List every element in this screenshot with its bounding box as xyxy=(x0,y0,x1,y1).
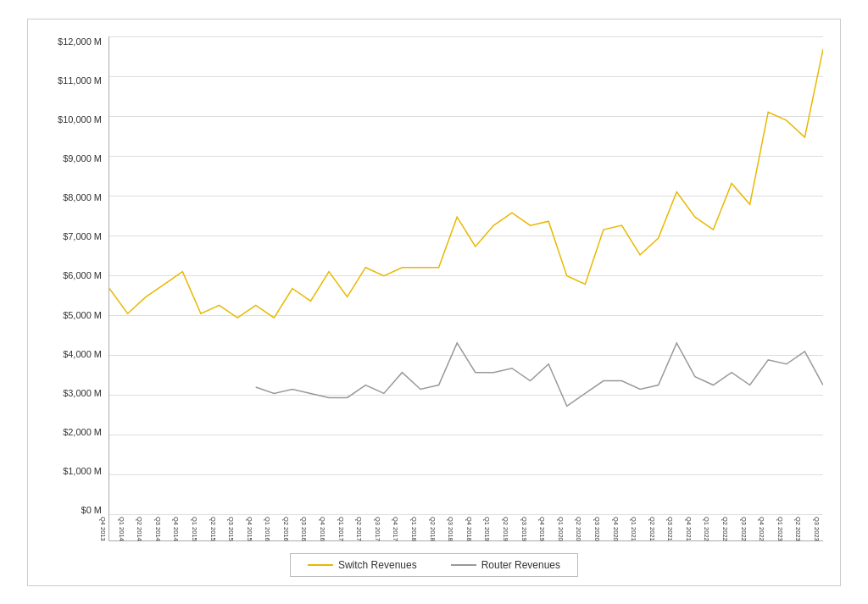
switch-legend-line xyxy=(308,564,333,566)
x-axis-label: Q4 2015 xyxy=(246,517,253,541)
switch-legend-label: Switch Revenues xyxy=(338,559,417,571)
y-axis-label: $5,000 M xyxy=(63,310,102,320)
x-axis-label: Q4 2022 xyxy=(758,517,765,541)
x-axis-label: Q3 2020 xyxy=(593,517,601,541)
x-axis-label: Q1 2015 xyxy=(191,517,198,541)
legend-router: Router Revenues xyxy=(451,559,560,571)
x-axis-label: Q2 2017 xyxy=(355,517,363,541)
x-axis-label: Q2 2015 xyxy=(209,517,217,541)
x-axis-label: Q1 2022 xyxy=(703,517,710,541)
x-axis-labels: Q4 2013Q1 2014Q2 2014Q3 2014Q4 2014Q1 20… xyxy=(109,515,823,540)
chart-area: $12,000 M$11,000 M$10,000 M$9,000 M$8,00… xyxy=(45,36,823,541)
x-axis-label: Q2 2021 xyxy=(648,517,656,541)
x-axis-label: Q1 2023 xyxy=(776,517,784,541)
plot-area: Q4 2013Q1 2014Q2 2014Q3 2014Q4 2014Q1 20… xyxy=(108,36,823,541)
x-axis-label: Q4 2016 xyxy=(319,517,326,541)
y-axis-label: $7,000 M xyxy=(63,231,102,241)
x-axis-label: Q3 2021 xyxy=(666,517,674,541)
legend-wrapper: Switch Revenues Router Revenues xyxy=(45,546,823,577)
x-axis-label: Q4 2019 xyxy=(538,517,546,541)
chart-legend: Switch Revenues Router Revenues xyxy=(290,553,578,577)
y-axis-label: $8,000 M xyxy=(63,192,102,202)
x-axis-label: Q3 2014 xyxy=(154,517,162,541)
chart-container: $12,000 M$11,000 M$10,000 M$9,000 M$8,00… xyxy=(27,19,841,586)
legend-switch: Switch Revenues xyxy=(308,559,417,571)
x-axis-label: Q4 2018 xyxy=(465,517,473,541)
x-axis-label: Q3 2016 xyxy=(300,517,308,541)
x-axis-label: Q3 2017 xyxy=(374,517,381,541)
router-legend-line xyxy=(451,564,476,566)
x-axis-label: Q4 2014 xyxy=(172,517,180,541)
x-axis-label: Q1 2016 xyxy=(264,517,271,541)
y-axis-label: $12,000 M xyxy=(58,36,102,47)
x-axis-label: Q2 2019 xyxy=(502,517,509,541)
x-axis-label: Q2 2016 xyxy=(282,517,290,541)
y-axis-label: $1,000 M xyxy=(63,466,102,476)
x-axis-label: Q1 2014 xyxy=(118,517,125,541)
y-axis-label: $0 M xyxy=(81,505,102,515)
x-axis-label: Q4 2020 xyxy=(612,517,620,541)
x-axis-label: Q3 2015 xyxy=(227,517,235,541)
x-axis-label: Q1 2020 xyxy=(557,517,565,541)
y-axis-label: $6,000 M xyxy=(63,270,102,280)
x-axis-label: Q3 2023 xyxy=(813,517,821,541)
x-axis-label: Q3 2019 xyxy=(520,517,528,541)
y-axis: $12,000 M$11,000 M$10,000 M$9,000 M$8,00… xyxy=(45,36,108,541)
y-axis-label: $10,000 M xyxy=(58,114,102,125)
y-axis-label: $3,000 M xyxy=(63,388,102,398)
y-axis-label: $9,000 M xyxy=(63,153,102,163)
x-axis-label: Q1 2017 xyxy=(337,517,345,541)
x-axis-label: Q3 2018 xyxy=(447,517,454,541)
x-axis-label: Q1 2019 xyxy=(483,517,491,541)
x-axis-label: Q2 2020 xyxy=(575,517,582,541)
x-axis-label: Q1 2018 xyxy=(410,517,418,541)
x-axis-label: Q4 2017 xyxy=(392,517,399,541)
x-axis-label: Q3 2022 xyxy=(740,517,748,541)
chart-svg xyxy=(109,36,823,540)
x-axis-label: Q4 2013 xyxy=(99,517,107,541)
x-axis-label: Q4 2021 xyxy=(685,517,693,541)
x-axis-label: Q2 2014 xyxy=(136,517,143,541)
router-legend-label: Router Revenues xyxy=(481,559,560,571)
y-axis-label: $11,000 M xyxy=(58,75,102,86)
x-axis-label: Q1 2021 xyxy=(630,517,637,541)
y-axis-label: $4,000 M xyxy=(63,349,102,359)
x-axis-label: Q2 2022 xyxy=(721,517,729,541)
router-line xyxy=(256,342,823,405)
x-axis-label: Q2 2023 xyxy=(794,517,802,541)
switch-line xyxy=(109,48,823,317)
x-axis-label: Q2 2018 xyxy=(429,517,437,541)
y-axis-label: $2,000 M xyxy=(63,427,102,437)
